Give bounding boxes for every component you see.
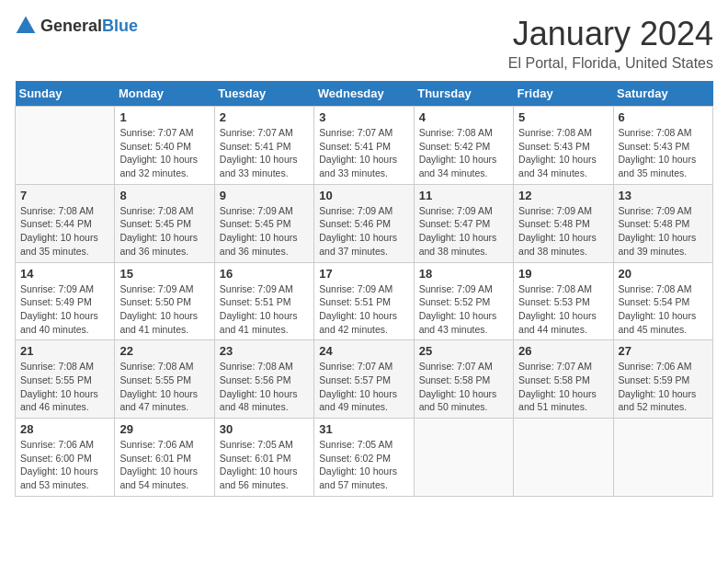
calendar-cell [414, 419, 513, 497]
logo: GeneralBlue [15, 15, 138, 37]
calendar-cell: 5Sunrise: 7:08 AMSunset: 5:43 PMDaylight… [514, 107, 613, 185]
day-number: 28 [20, 422, 109, 436]
calendar-cell: 18Sunrise: 7:09 AMSunset: 5:52 PMDayligh… [414, 262, 513, 340]
day-info: Sunrise: 7:06 AMSunset: 6:00 PMDaylight:… [20, 438, 109, 492]
week-row-5: 28Sunrise: 7:06 AMSunset: 6:00 PMDayligh… [16, 419, 713, 497]
day-number: 23 [220, 344, 309, 358]
calendar-cell: 10Sunrise: 7:09 AMSunset: 5:46 PMDayligh… [314, 184, 414, 262]
logo-blue: Blue [102, 17, 138, 35]
calendar-cell: 20Sunrise: 7:08 AMSunset: 5:54 PMDayligh… [613, 262, 712, 340]
week-row-4: 21Sunrise: 7:08 AMSunset: 5:55 PMDayligh… [16, 340, 713, 419]
calendar-cell: 2Sunrise: 7:07 AMSunset: 5:41 PMDaylight… [214, 107, 313, 185]
calendar-cell [16, 107, 115, 185]
svg-marker-0 [17, 17, 36, 33]
day-number: 31 [319, 422, 408, 436]
day-number: 25 [419, 344, 508, 358]
day-info: Sunrise: 7:09 AMSunset: 5:48 PMDaylight:… [619, 204, 708, 259]
day-info: Sunrise: 7:06 AMSunset: 5:59 PMDaylight:… [619, 360, 708, 414]
day-info: Sunrise: 7:08 AMSunset: 5:53 PMDaylight:… [518, 282, 608, 337]
day-number: 6 [619, 110, 708, 124]
calendar-cell: 8Sunrise: 7:08 AMSunset: 5:45 PMDaylight… [115, 184, 214, 262]
day-number: 27 [619, 344, 708, 358]
generalblue-logo-icon [15, 15, 37, 37]
calendar-cell: 23Sunrise: 7:08 AMSunset: 5:56 PMDayligh… [214, 340, 313, 419]
day-number: 14 [20, 267, 109, 281]
calendar-title: January 2024 [508, 15, 713, 53]
weekday-header-saturday: Saturday [613, 81, 712, 107]
day-info: Sunrise: 7:09 AMSunset: 5:50 PMDaylight:… [119, 282, 209, 337]
day-number: 22 [119, 344, 209, 358]
calendar-body: 1Sunrise: 7:07 AMSunset: 5:40 PMDaylight… [16, 107, 713, 497]
day-number: 29 [119, 422, 209, 436]
day-number: 24 [319, 344, 408, 358]
day-number: 20 [619, 267, 708, 281]
day-number: 4 [419, 110, 508, 124]
day-info: Sunrise: 7:08 AMSunset: 5:43 PMDaylight:… [619, 126, 708, 180]
calendar-cell: 13Sunrise: 7:09 AMSunset: 5:48 PMDayligh… [613, 184, 712, 262]
day-info: Sunrise: 7:05 AMSunset: 6:02 PMDaylight:… [319, 438, 408, 492]
calendar-cell: 1Sunrise: 7:07 AMSunset: 5:40 PMDaylight… [115, 107, 214, 185]
day-number: 18 [419, 267, 508, 281]
weekday-header-monday: Monday [115, 81, 214, 107]
weekday-header-sunday: Sunday [16, 81, 115, 107]
day-number: 1 [119, 110, 209, 124]
day-number: 13 [619, 189, 708, 202]
calendar-cell: 14Sunrise: 7:09 AMSunset: 5:49 PMDayligh… [16, 262, 115, 340]
calendar-cell: 27Sunrise: 7:06 AMSunset: 5:59 PMDayligh… [613, 340, 712, 419]
day-number: 16 [220, 267, 309, 281]
calendar-cell [613, 419, 712, 497]
day-number: 21 [20, 344, 109, 358]
calendar-cell: 29Sunrise: 7:06 AMSunset: 6:01 PMDayligh… [115, 419, 214, 497]
day-info: Sunrise: 7:09 AMSunset: 5:45 PMDaylight:… [220, 204, 309, 259]
calendar-cell: 15Sunrise: 7:09 AMSunset: 5:50 PMDayligh… [115, 262, 214, 340]
day-number: 30 [220, 422, 309, 436]
day-info: Sunrise: 7:08 AMSunset: 5:43 PMDaylight:… [518, 126, 608, 180]
calendar-cell: 3Sunrise: 7:07 AMSunset: 5:41 PMDaylight… [314, 107, 414, 185]
calendar-cell: 4Sunrise: 7:08 AMSunset: 5:42 PMDaylight… [414, 107, 513, 185]
day-info: Sunrise: 7:08 AMSunset: 5:42 PMDaylight:… [419, 126, 508, 180]
day-number: 12 [518, 189, 608, 202]
calendar-cell: 9Sunrise: 7:09 AMSunset: 5:45 PMDaylight… [214, 184, 313, 262]
header: GeneralBlue January 2024 El Portal, Flor… [15, 15, 713, 72]
day-info: Sunrise: 7:09 AMSunset: 5:52 PMDaylight:… [419, 282, 508, 337]
day-info: Sunrise: 7:08 AMSunset: 5:55 PMDaylight:… [119, 360, 209, 414]
day-number: 17 [319, 267, 408, 281]
calendar-cell: 7Sunrise: 7:08 AMSunset: 5:44 PMDaylight… [16, 184, 115, 262]
weekday-header-thursday: Thursday [414, 81, 513, 107]
day-number: 9 [220, 189, 309, 202]
weekday-header-tuesday: Tuesday [214, 81, 313, 107]
calendar-cell: 21Sunrise: 7:08 AMSunset: 5:55 PMDayligh… [16, 340, 115, 419]
day-info: Sunrise: 7:07 AMSunset: 5:41 PMDaylight:… [319, 126, 408, 180]
calendar-cell [514, 419, 613, 497]
calendar-cell: 22Sunrise: 7:08 AMSunset: 5:55 PMDayligh… [115, 340, 214, 419]
day-number: 15 [119, 267, 209, 281]
calendar-cell: 26Sunrise: 7:07 AMSunset: 5:58 PMDayligh… [514, 340, 613, 419]
weekday-header-row: SundayMondayTuesdayWednesdayThursdayFrid… [16, 81, 713, 107]
calendar-cell: 17Sunrise: 7:09 AMSunset: 5:51 PMDayligh… [314, 262, 414, 340]
calendar-cell: 11Sunrise: 7:09 AMSunset: 5:47 PMDayligh… [414, 184, 513, 262]
day-info: Sunrise: 7:09 AMSunset: 5:49 PMDaylight:… [20, 282, 109, 337]
day-info: Sunrise: 7:07 AMSunset: 5:57 PMDaylight:… [319, 360, 408, 414]
day-info: Sunrise: 7:05 AMSunset: 6:01 PMDaylight:… [220, 438, 309, 492]
day-number: 8 [119, 189, 209, 202]
day-number: 2 [220, 110, 309, 124]
day-info: Sunrise: 7:09 AMSunset: 5:46 PMDaylight:… [319, 204, 408, 259]
calendar-header: SundayMondayTuesdayWednesdayThursdayFrid… [16, 81, 713, 107]
calendar-cell: 12Sunrise: 7:09 AMSunset: 5:48 PMDayligh… [514, 184, 613, 262]
weekday-header-wednesday: Wednesday [314, 81, 414, 107]
day-number: 7 [20, 189, 109, 202]
day-info: Sunrise: 7:08 AMSunset: 5:54 PMDaylight:… [619, 282, 708, 337]
day-info: Sunrise: 7:07 AMSunset: 5:41 PMDaylight:… [220, 126, 309, 180]
day-info: Sunrise: 7:06 AMSunset: 6:01 PMDaylight:… [119, 438, 209, 492]
day-number: 11 [419, 189, 508, 202]
day-number: 3 [319, 110, 408, 124]
day-info: Sunrise: 7:08 AMSunset: 5:55 PMDaylight:… [20, 360, 109, 414]
logo-general: General [40, 17, 102, 35]
week-row-3: 14Sunrise: 7:09 AMSunset: 5:49 PMDayligh… [16, 262, 713, 340]
day-info: Sunrise: 7:09 AMSunset: 5:47 PMDaylight:… [419, 204, 508, 259]
day-number: 5 [518, 110, 608, 124]
title-section: January 2024 El Portal, Florida, United … [508, 15, 713, 72]
calendar-cell: 19Sunrise: 7:08 AMSunset: 5:53 PMDayligh… [514, 262, 613, 340]
calendar-cell: 30Sunrise: 7:05 AMSunset: 6:01 PMDayligh… [214, 419, 313, 497]
calendar-cell: 16Sunrise: 7:09 AMSunset: 5:51 PMDayligh… [214, 262, 313, 340]
